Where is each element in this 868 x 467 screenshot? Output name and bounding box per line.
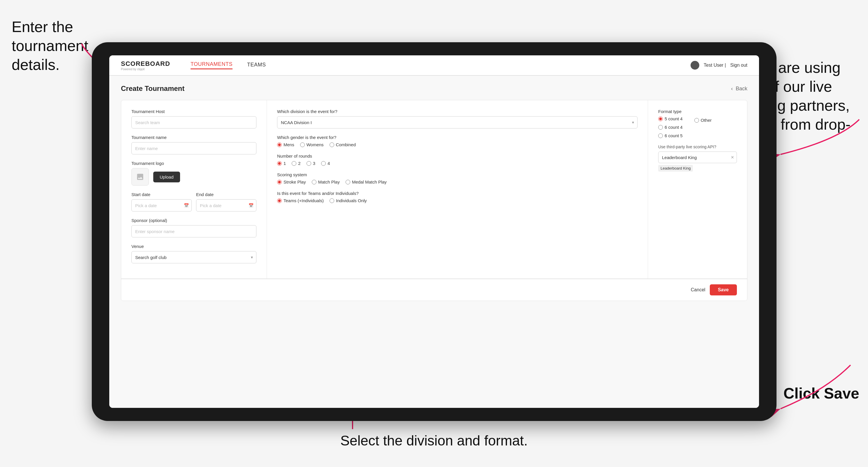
gender-womens[interactable]: Womens [300, 142, 324, 147]
cancel-button[interactable]: Cancel [691, 287, 705, 292]
back-button[interactable]: ‹ Back [731, 86, 747, 92]
format-other-radio[interactable] [694, 118, 699, 123]
format-6count4-label: 6 count 4 [664, 125, 683, 130]
form-col-3: Format type 5 count 4 6 count [648, 100, 747, 279]
nav-signout[interactable]: Sign out [730, 63, 747, 68]
tournament-name-group: Tournament name [131, 135, 256, 154]
live-scoring-label: Use third-party live scoring API? [658, 145, 737, 149]
tournament-host-label: Tournament Host [131, 109, 256, 114]
scoring-stroke-radio[interactable] [277, 180, 282, 184]
form-footer: Cancel Save [121, 279, 747, 301]
annotation-bottom-right: Click Save [783, 384, 859, 403]
division-select[interactable]: NCAA Division I [277, 116, 638, 128]
division-label: Which division is the event for? [277, 109, 638, 114]
gender-group: Which gender is the event for? Mens Wome… [277, 135, 638, 147]
teams-only-label: Individuals Only [336, 198, 367, 203]
format-6count4[interactable]: 6 count 4 [658, 125, 683, 130]
teams-individuals-only[interactable]: Individuals Only [330, 198, 367, 203]
nav-right: Test User | Sign out [690, 61, 747, 70]
nav-tournaments[interactable]: TOURNAMENTS [191, 61, 232, 69]
rounds-2-label: 2 [298, 161, 301, 166]
gender-mens[interactable]: Mens [277, 142, 294, 147]
format-6count5-radio[interactable] [658, 133, 663, 138]
tournament-host-input[interactable] [131, 116, 256, 128]
scoring-stroke-label: Stroke Play [283, 180, 306, 184]
gender-mens-radio[interactable] [277, 143, 282, 147]
scoring-stroke[interactable]: Stroke Play [277, 180, 306, 184]
teams-radio-group: Teams (+Individuals) Individuals Only [277, 198, 638, 203]
format-other-label: Other [701, 118, 712, 123]
format-6count5[interactable]: 6 count 5 [658, 133, 683, 138]
save-button[interactable]: Save [710, 284, 737, 295]
annotation-bottom-center: Select the division and format. [340, 432, 528, 449]
teams-only-radio[interactable] [330, 198, 334, 203]
live-scoring-clear-icon[interactable]: × [731, 154, 734, 160]
end-date-input[interactable] [196, 199, 256, 212]
start-date-wrapper: 📅 [131, 199, 192, 212]
gender-womens-radio[interactable] [300, 143, 305, 147]
page-header: Create Tournament ‹ Back [121, 85, 747, 93]
rounds-3-label: 3 [313, 161, 315, 166]
tournament-logo-label: Tournament logo [131, 161, 256, 166]
tablet-frame: SCOREBOARD Powered by clippit TOURNAMENT… [92, 42, 776, 421]
rounds-2[interactable]: 2 [292, 161, 301, 166]
gender-combined-radio[interactable] [330, 143, 334, 147]
tablet-screen: SCOREBOARD Powered by clippit TOURNAMENT… [109, 55, 759, 408]
nav-teams[interactable]: TEAMS [247, 62, 266, 69]
start-date-input[interactable] [131, 199, 192, 212]
scoring-medal[interactable]: Medal Match Play [346, 180, 386, 184]
rounds-4-label: 4 [328, 161, 330, 166]
teams-plus-radio[interactable] [277, 198, 282, 203]
gender-combined[interactable]: Combined [330, 142, 356, 147]
tournament-name-input[interactable] [131, 142, 256, 154]
teams-plus-individuals[interactable]: Teams (+Individuals) [277, 198, 324, 203]
venue-label: Venue [131, 244, 256, 249]
rounds-1[interactable]: 1 [277, 161, 286, 166]
gender-combined-label: Combined [336, 142, 356, 147]
end-date-label: End date [196, 192, 256, 197]
tournament-host-group: Tournament Host [131, 109, 256, 128]
sponsor-input[interactable] [131, 225, 256, 238]
format-5count4[interactable]: 5 count 4 [658, 116, 683, 121]
format-5count4-radio[interactable] [658, 117, 663, 121]
format-right: Other [694, 116, 712, 138]
scoring-match-radio[interactable] [312, 180, 316, 184]
rounds-group: Number of rounds 1 2 [277, 154, 638, 166]
end-date-group: End date 📅 [196, 192, 256, 212]
live-scoring-value: Leaderboard King [658, 165, 693, 172]
main-content: Create Tournament ‹ Back Tournament Host [109, 76, 759, 408]
tournament-logo-group: Tournament logo Upload [131, 161, 256, 186]
division-group: Which division is the event for? NCAA Di… [277, 109, 638, 128]
gender-womens-label: Womens [307, 142, 324, 147]
rounds-3[interactable]: 3 [307, 161, 315, 166]
teams-plus-label: Teams (+Individuals) [283, 198, 324, 203]
scoring-radio-group: Stroke Play Match Play Medal Match Play [277, 180, 638, 184]
navbar: SCOREBOARD Powered by clippit TOURNAMENT… [109, 55, 759, 76]
start-date-label: Start date [131, 192, 192, 197]
scoring-label: Scoring system [277, 172, 638, 177]
scoring-medal-radio[interactable] [346, 180, 350, 184]
division-select-wrapper: NCAA Division I [277, 116, 638, 128]
teams-label: Is this event for Teams and/or Individua… [277, 191, 638, 196]
scoring-match[interactable]: Match Play [312, 180, 340, 184]
rounds-2-radio[interactable] [292, 161, 296, 166]
form-card: Tournament Host Tournament name Tourname… [121, 100, 747, 301]
sponsor-label: Sponsor (optional) [131, 218, 256, 223]
format-label: Format type [658, 109, 737, 114]
rounds-3-radio[interactable] [307, 161, 311, 166]
rounds-4-radio[interactable] [321, 161, 326, 166]
rounds-1-radio[interactable] [277, 161, 282, 166]
scoring-group: Scoring system Stroke Play Match Play [277, 172, 638, 184]
rounds-4[interactable]: 4 [321, 161, 330, 166]
format-other[interactable]: Other [694, 118, 712, 123]
venue-select[interactable]: Search golf club [131, 251, 256, 263]
live-scoring-input[interactable] [658, 152, 737, 163]
scoring-medal-label: Medal Match Play [352, 180, 386, 184]
upload-button[interactable]: Upload [153, 172, 180, 182]
rounds-label: Number of rounds [277, 154, 638, 158]
format-6count5-label: 6 count 5 [664, 133, 683, 138]
format-6count4-radio[interactable] [658, 125, 663, 130]
start-date-group: Start date 📅 [131, 192, 192, 212]
logo-area: SCOREBOARD Powered by clippit [121, 60, 170, 71]
image-icon [136, 173, 144, 181]
